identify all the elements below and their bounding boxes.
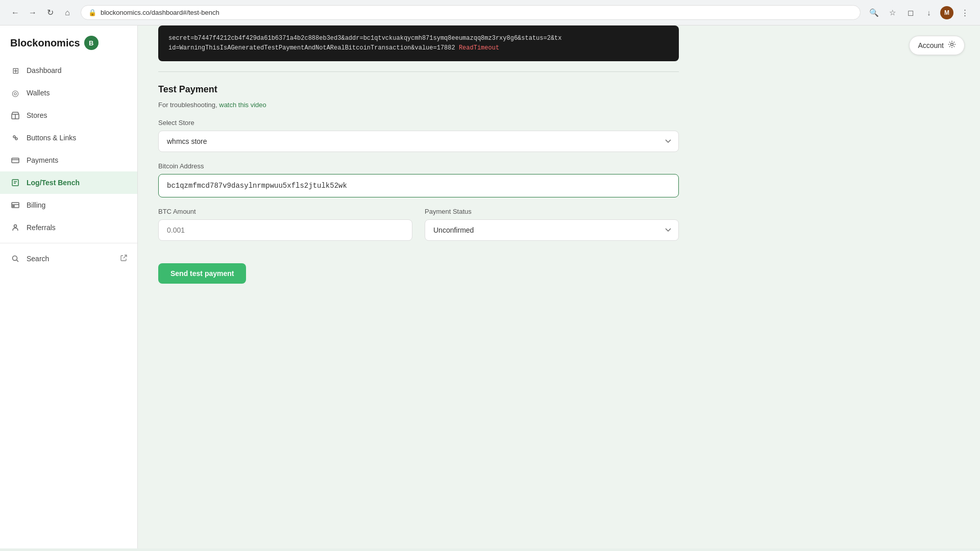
- select-store-label: Select Store: [158, 119, 679, 127]
- search-icon: [10, 254, 20, 264]
- stores-icon: [10, 110, 20, 120]
- svg-line-2: [15, 137, 16, 139]
- sidebar-item-search[interactable]: Search: [0, 247, 137, 270]
- terminal-output: secret=b7447f4212cb4f429da61b6371a4b2c88…: [168, 34, 669, 53]
- terminal-line1: secret=b7447f4212cb4f429da61b6371a4b2c88…: [168, 35, 562, 42]
- content-area: secret=b7447f4212cb4f429da61b6371a4b2c88…: [138, 26, 699, 304]
- svg-line-14: [124, 255, 127, 258]
- btc-amount-label: BTC Amount: [158, 208, 412, 215]
- payment-status-label: Payment Status: [425, 208, 679, 215]
- terminal-error: ReadTimeout: [459, 44, 499, 52]
- btc-amount-input[interactable]: [158, 219, 412, 241]
- menu-button[interactable]: ⋮: [958, 6, 972, 20]
- download-button[interactable]: ↓: [922, 6, 936, 20]
- sidebar-scroll: ⊞ Dashboard ◎ Wallets: [0, 55, 137, 548]
- bitcoin-address-label: Bitcoin Address: [158, 162, 679, 170]
- sidebar-item-buttons-links[interactable]: Buttons & Links: [0, 127, 137, 149]
- svg-rect-5: [12, 180, 18, 186]
- svg-rect-3: [12, 158, 19, 163]
- browser-profile[interactable]: M: [940, 6, 953, 19]
- forward-button[interactable]: →: [26, 6, 40, 20]
- sidebar-header: Blockonomics B: [0, 26, 137, 55]
- select-store-group: Select Store whmcs store Default Store: [158, 119, 679, 152]
- amount-status-row: BTC Amount Payment Status Unconfirmed Co…: [158, 208, 679, 251]
- btc-amount-group: BTC Amount: [158, 208, 412, 241]
- payment-status-select[interactable]: Unconfirmed Confirmed Failed: [425, 219, 679, 241]
- sidebar-item-referrals[interactable]: Referrals: [0, 216, 137, 239]
- bitcoin-address-input[interactable]: [158, 174, 679, 197]
- sidebar-item-log-test-bench[interactable]: Log/Test Bench: [0, 171, 137, 194]
- sidebar-item-label: Log/Test Bench: [27, 179, 80, 187]
- troubleshoot-prefix: For troubleshooting,: [158, 101, 217, 109]
- sidebar-item-stores[interactable]: Stores: [0, 104, 137, 127]
- zoom-button[interactable]: 🔍: [867, 6, 881, 20]
- sidebar-item-label: Buttons & Links: [27, 134, 76, 142]
- svg-point-15: [951, 43, 953, 46]
- browser-chrome: ← → ↻ ⌂ 🔒 blockonomics.co/dashboard#/tes…: [0, 0, 980, 26]
- extensions-button[interactable]: ◻: [903, 6, 918, 20]
- log-test-bench-icon: [10, 178, 20, 188]
- terminal-line2: id=WarningThisIsAGeneratedTestPaymentAnd…: [168, 44, 455, 52]
- section-divider: [158, 71, 679, 72]
- wallets-icon: ◎: [10, 88, 20, 98]
- sidebar: Blockonomics B ⊞ Dashboard ◎ Wallets: [0, 26, 138, 548]
- sidebar-item-label: Billing: [27, 201, 45, 209]
- sidebar-item-billing[interactable]: Billing: [0, 194, 137, 216]
- logo-text: Blockonomics: [10, 37, 80, 49]
- svg-rect-10: [13, 206, 14, 207]
- sidebar-nav: ⊞ Dashboard ◎ Wallets: [0, 55, 137, 274]
- address-bar[interactable]: 🔒 blockonomics.co/dashboard#/test-bench: [81, 5, 861, 20]
- billing-icon: [10, 200, 20, 210]
- bitcoin-address-group: Bitcoin Address: [158, 162, 679, 197]
- bookmark-button[interactable]: ☆: [885, 6, 899, 20]
- app-container: Blockonomics B ⊞ Dashboard ◎ Wallets: [0, 26, 980, 548]
- nav-buttons: ← → ↻ ⌂: [8, 6, 75, 20]
- terminal-block: secret=b7447f4212cb4f429da61b6371a4b2c88…: [158, 26, 679, 61]
- send-test-payment-button[interactable]: Send test payment: [158, 263, 246, 284]
- payments-icon: [10, 155, 20, 165]
- payment-status-group: Payment Status Unconfirmed Confirmed Fai…: [425, 208, 679, 241]
- svg-point-11: [14, 225, 17, 228]
- sidebar-item-label: Referrals: [27, 223, 56, 232]
- send-button-label: Send test payment: [170, 269, 234, 278]
- home-button[interactable]: ⌂: [60, 6, 75, 20]
- sidebar-item-label: Dashboard: [27, 66, 62, 74]
- sidebar-item-label: Wallets: [27, 89, 50, 97]
- svg-line-13: [17, 260, 19, 262]
- sidebar-item-payments[interactable]: Payments: [0, 149, 137, 171]
- store-select[interactable]: whmcs store Default Store: [158, 131, 679, 152]
- search-label: Search: [27, 255, 49, 263]
- referrals-icon: [10, 222, 20, 233]
- svg-point-12: [13, 256, 17, 261]
- section-title: Test Payment: [158, 84, 679, 95]
- browser-actions: 🔍 ☆ ◻ ↓ M ⋮: [867, 6, 972, 20]
- dashboard-icon: ⊞: [10, 65, 20, 76]
- sidebar-item-dashboard[interactable]: ⊞ Dashboard: [0, 59, 137, 82]
- lock-icon: 🔒: [88, 9, 96, 16]
- sidebar-item-label: Stores: [27, 111, 47, 119]
- watch-video-link[interactable]: watch this video: [219, 101, 266, 109]
- sidebar-item-label: Payments: [27, 156, 58, 164]
- gear-icon: [948, 40, 956, 51]
- sidebar-item-wallets[interactable]: ◎ Wallets: [0, 82, 137, 104]
- back-button[interactable]: ←: [8, 6, 22, 20]
- account-label: Account: [918, 41, 944, 49]
- troubleshoot-text: For troubleshooting, watch this video: [158, 101, 679, 109]
- buttons-links-icon: [10, 133, 20, 143]
- main-content: Account secret=b7447f4212cb4f429da61b637…: [138, 26, 980, 548]
- url-text: blockonomics.co/dashboard#/test-bench: [101, 9, 219, 16]
- account-button[interactable]: Account: [909, 36, 965, 55]
- external-link-icon: [120, 255, 127, 263]
- test-payment-section: Test Payment For troubleshooting, watch …: [158, 84, 679, 284]
- logo-icon: B: [84, 36, 99, 50]
- sidebar-divider: [0, 243, 137, 243]
- reload-button[interactable]: ↻: [43, 6, 57, 20]
